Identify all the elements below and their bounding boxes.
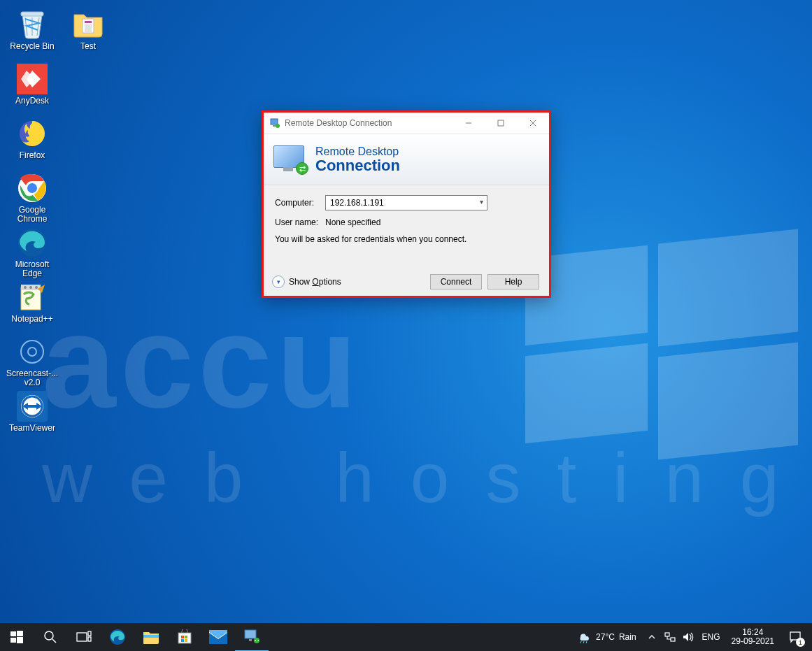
search-button[interactable] xyxy=(34,623,67,651)
svg-point-12 xyxy=(21,341,43,363)
desktop-icon-teamviewer[interactable]: TeamViewer xyxy=(6,390,59,445)
icon-label: TeamViewer xyxy=(9,424,55,433)
icon-label: Recycle Bin xyxy=(10,42,54,51)
system-tray: 27°C Rain ENG 16:24 29-09-2021 1 xyxy=(571,623,812,651)
tray-date: 29-09-2021 xyxy=(732,637,774,646)
svg-rect-30 xyxy=(17,637,23,643)
svg-rect-50 xyxy=(665,633,669,636)
svg-point-31 xyxy=(45,631,53,640)
connect-button[interactable]: Connect xyxy=(430,274,482,289)
svg-rect-0 xyxy=(21,12,43,16)
task-view-button[interactable] xyxy=(67,623,101,651)
chevron-down-icon: ▾ xyxy=(272,276,285,288)
svg-rect-45 xyxy=(249,639,252,641)
svg-line-32 xyxy=(52,639,56,643)
icon-label: Test xyxy=(80,42,96,51)
credentials-hint: You will be asked for credentials when y… xyxy=(275,234,538,244)
svg-line-48 xyxy=(583,641,584,643)
svg-rect-20 xyxy=(271,119,278,124)
anydesk-icon xyxy=(16,63,48,95)
weather-icon xyxy=(576,630,592,644)
rdc-body: Computer: ▾ User name: None specified Yo… xyxy=(264,185,549,296)
teamviewer-icon xyxy=(16,390,48,422)
maximize-button[interactable] xyxy=(485,113,517,134)
icon-label: AnyDesk xyxy=(15,96,49,106)
svg-line-47 xyxy=(580,641,581,643)
desktop-icon-notepadpp[interactable]: Notepad++ xyxy=(6,281,59,336)
computer-combo[interactable]: ▾ xyxy=(325,195,487,210)
svg-rect-29 xyxy=(10,638,16,643)
tray-weather[interactable]: 27°C Rain xyxy=(571,630,642,644)
close-button[interactable] xyxy=(517,113,549,134)
rdc-window-highlight: Remote Desktop Connection ⇄ Remote Deskt… xyxy=(262,110,551,298)
svg-point-22 xyxy=(276,124,280,128)
notepadpp-icon xyxy=(16,281,48,313)
desktop-icon-screencast[interactable]: Screencast-... v2.0 xyxy=(6,336,59,390)
svg-rect-41 xyxy=(181,639,184,642)
taskbar-app-edge[interactable] xyxy=(101,623,134,651)
weather-desc: Rain xyxy=(619,632,636,642)
svg-rect-18 xyxy=(85,21,92,23)
tray-notifications[interactable]: 1 xyxy=(781,623,809,651)
icon-label: Notepad++ xyxy=(11,315,52,324)
edge-icon xyxy=(16,227,48,259)
icon-label: Screencast-... v2.0 xyxy=(6,369,59,387)
computer-input[interactable] xyxy=(325,195,487,210)
svg-point-9 xyxy=(24,286,27,289)
tray-overflow[interactable] xyxy=(643,623,660,651)
icon-label: Google Chrome xyxy=(6,206,59,224)
svg-rect-19 xyxy=(85,24,92,33)
svg-rect-44 xyxy=(245,630,256,638)
icon-label: Firefox xyxy=(20,151,45,160)
svg-rect-28 xyxy=(17,631,23,636)
show-options-toggle[interactable]: ▾ Show Options xyxy=(272,276,341,288)
chrome-icon xyxy=(16,172,48,204)
username-label: User name: xyxy=(275,217,325,227)
firefox-icon xyxy=(16,117,48,150)
minimize-button[interactable] xyxy=(453,113,485,134)
desktop-icon-chrome[interactable]: Google Chrome xyxy=(6,172,59,227)
help-button[interactable]: Help xyxy=(487,274,539,289)
computer-label: Computer: xyxy=(275,198,325,208)
recycle-bin-icon xyxy=(16,8,48,41)
rdc-titlebar-icon xyxy=(269,117,280,129)
desktop-icons-column: Recycle Bin AnyDesk Firefox Google Chrom… xyxy=(6,8,59,445)
svg-rect-35 xyxy=(88,637,91,641)
tray-network-icon[interactable] xyxy=(662,623,678,651)
desktop-icon-firefox[interactable]: Firefox xyxy=(6,117,59,172)
desktop-icon-recycle-bin[interactable]: Recycle Bin xyxy=(6,8,59,63)
svg-rect-39 xyxy=(181,636,184,638)
taskbar-app-mail[interactable] xyxy=(201,623,235,651)
taskbar-app-rdc[interactable] xyxy=(235,622,269,651)
desktop[interactable]: accu web hosting Recycle Bin AnyDesk Fir… xyxy=(0,0,812,651)
folder-icon xyxy=(72,8,104,41)
svg-rect-34 xyxy=(88,631,91,636)
svg-point-11 xyxy=(35,286,38,289)
taskbar[interactable]: 27°C Rain ENG 16:24 29-09-2021 1 xyxy=(0,623,812,651)
svg-rect-40 xyxy=(185,636,187,638)
svg-rect-51 xyxy=(671,638,675,641)
chevron-down-icon[interactable]: ▾ xyxy=(480,198,483,206)
desktop-icon-test-folder[interactable]: Test xyxy=(62,8,115,63)
svg-point-13 xyxy=(28,348,36,356)
svg-rect-24 xyxy=(498,120,504,126)
weather-temp: 27°C xyxy=(596,632,615,642)
svg-rect-37 xyxy=(143,635,159,638)
rdc-banner: ⇄ Remote Desktop Connection xyxy=(264,134,549,185)
taskbar-app-store[interactable] xyxy=(168,623,201,651)
tray-language[interactable]: ENG xyxy=(698,632,725,642)
desktop-icon-anydesk[interactable]: AnyDesk xyxy=(6,63,59,117)
tray-volume-icon[interactable] xyxy=(680,623,697,651)
windows-logo-wallpaper xyxy=(525,231,798,441)
desktop-icon-edge[interactable]: Microsoft Edge xyxy=(6,227,59,281)
rdc-titlebar[interactable]: Remote Desktop Connection xyxy=(264,113,549,134)
svg-rect-27 xyxy=(10,631,16,636)
tray-clock[interactable]: 16:24 29-09-2021 xyxy=(726,628,780,646)
svg-rect-42 xyxy=(185,639,187,642)
svg-rect-21 xyxy=(273,125,276,127)
taskbar-app-explorer[interactable] xyxy=(134,623,168,651)
rdc-footer: ▾ Show Options Connect Help xyxy=(264,268,549,296)
username-value: None specified xyxy=(325,217,380,227)
start-button[interactable] xyxy=(0,623,34,651)
rdc-banner-text: Remote Desktop Connection xyxy=(315,145,400,173)
